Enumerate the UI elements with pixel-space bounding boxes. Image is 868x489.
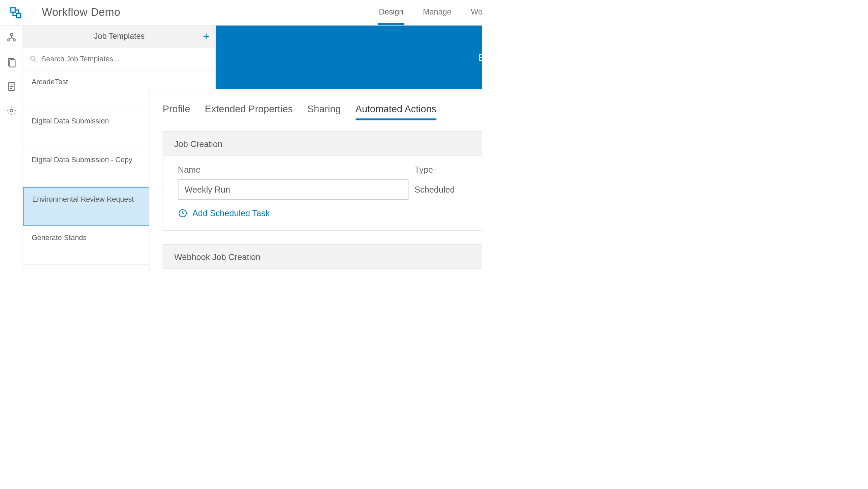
svg-point-5 xyxy=(10,33,12,36)
tab-profile[interactable]: Profile xyxy=(163,104,190,120)
tab-sharing[interactable]: Sharing xyxy=(307,104,341,120)
clock-icon xyxy=(178,208,188,218)
add-scheduled-task-label: Add Scheduled Task xyxy=(192,208,270,218)
rail-settings-icon[interactable] xyxy=(4,103,19,118)
detail-panel: Profile Extended Properties Sharing Auto… xyxy=(149,89,482,271)
svg-point-11 xyxy=(10,109,12,112)
app-logo xyxy=(7,4,24,21)
job-templates-title: Job Templates xyxy=(94,32,145,41)
svg-point-12 xyxy=(31,56,35,60)
top-nav: Design Manage Work xyxy=(378,0,482,25)
logo-separator xyxy=(33,4,33,21)
rail-form-icon[interactable] xyxy=(4,79,19,93)
svg-rect-0 xyxy=(11,7,15,12)
section-webhook-header: Webhook Job Creation xyxy=(163,245,482,269)
search-input[interactable] xyxy=(41,54,209,63)
job-templates-header: Job Templates + xyxy=(23,26,215,48)
nav-manage[interactable]: Manage xyxy=(422,0,453,25)
app-title: Workflow Demo xyxy=(42,6,120,19)
rail-diagram-icon[interactable] xyxy=(4,30,19,45)
banner-title: Environmental Review Request xyxy=(478,52,482,62)
add-template-icon[interactable]: + xyxy=(203,31,210,41)
section-webhook: Webhook Job Creation Looks like you don'… xyxy=(163,244,482,271)
page-banner: Environmental Review Request xyxy=(216,26,482,89)
detail-tabs: Profile Extended Properties Sharing Auto… xyxy=(163,104,482,120)
nav-design[interactable]: Design xyxy=(378,0,405,25)
left-rail xyxy=(0,26,23,271)
input-schedule-name[interactable] xyxy=(178,179,409,200)
label-type: Type xyxy=(414,165,482,174)
nav-work[interactable]: Work xyxy=(470,0,482,25)
svg-rect-9 xyxy=(9,60,15,67)
label-name: Name xyxy=(178,165,415,174)
tab-extended-properties[interactable]: Extended Properties xyxy=(205,104,293,120)
job-template-item-title: ArcadeTest xyxy=(32,78,207,86)
rail-templates-icon[interactable] xyxy=(4,55,19,69)
add-scheduled-task-link[interactable]: Add Scheduled Task xyxy=(178,208,482,218)
topbar: Workflow Demo Design Manage Work Tiffany… xyxy=(0,0,482,26)
job-templates-search[interactable] xyxy=(23,48,215,70)
section-job-creation: Job Creation Name Type Scheduled Created… xyxy=(163,131,482,231)
content-area: Environmental Review Request Profile Ext… xyxy=(216,26,482,271)
svg-rect-1 xyxy=(16,13,21,18)
section-job-creation-header: Job Creation xyxy=(163,132,482,156)
value-type: Scheduled xyxy=(414,179,482,200)
tab-automated-actions[interactable]: Automated Actions xyxy=(355,104,436,120)
